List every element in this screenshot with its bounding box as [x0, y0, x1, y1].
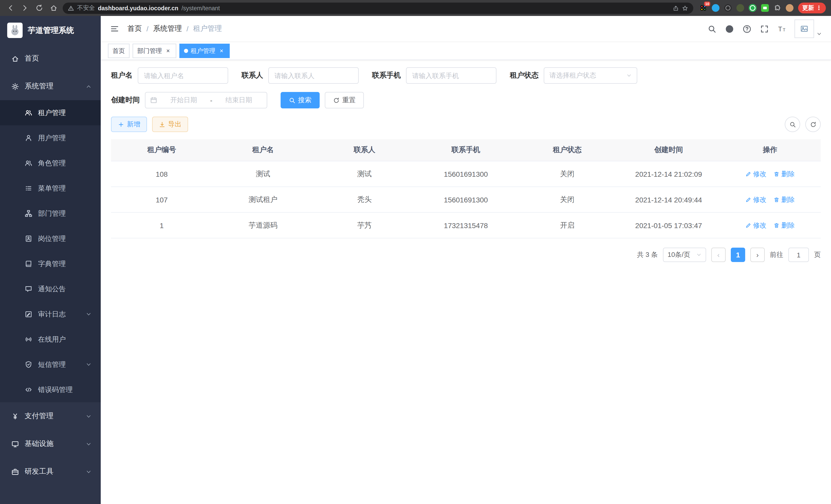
- sidebar-item-dict[interactable]: 字典管理: [0, 251, 101, 276]
- edit-icon: [745, 171, 752, 177]
- refresh-table-button[interactable]: [805, 117, 821, 132]
- delete-link[interactable]: 删除: [774, 221, 795, 230]
- content-column: 首页/系统管理/租户管理 TT 首页部门管理×租户管理× 租户名 联系人: [101, 16, 831, 504]
- delete-icon: [774, 197, 780, 203]
- sidebar-item-online-user[interactable]: 在线用户: [0, 327, 101, 352]
- sidebar-item-system[interactable]: 系统管理: [0, 72, 101, 100]
- sidebar-item-menu[interactable]: 菜单管理: [0, 176, 101, 201]
- breadcrumb-separator: /: [146, 25, 148, 33]
- goto-page-input[interactable]: [789, 248, 809, 262]
- sidebar-item-home[interactable]: 首页: [0, 45, 101, 72]
- next-page-button[interactable]: ›: [750, 248, 765, 262]
- sidebar-item-label: 基础设施: [25, 439, 53, 448]
- sidebar-item-dept[interactable]: 部门管理: [0, 201, 101, 226]
- address-bar[interactable]: 不安全 dashboard.yudao.iocoder.cn/system/te…: [63, 2, 693, 13]
- kebab-menu-icon: ⋮: [816, 5, 822, 11]
- cell-contact: 芋艿: [314, 212, 415, 238]
- extensions-puzzle-icon[interactable]: [773, 4, 781, 12]
- breadcrumb-home[interactable]: 首页: [127, 24, 142, 33]
- share-icon[interactable]: [673, 5, 679, 11]
- warning-icon: [68, 5, 74, 11]
- app-logo[interactable]: 芋道管理系统: [0, 16, 101, 45]
- close-icon[interactable]: ×: [165, 47, 172, 55]
- edit-link[interactable]: 修改: [745, 221, 767, 230]
- chrome-update-button[interactable]: 更新 ⋮: [798, 3, 826, 13]
- forward-button[interactable]: [20, 3, 30, 13]
- chevron-down-icon: [696, 252, 701, 258]
- tags-bar: 首页部门管理×租户管理×: [101, 42, 831, 60]
- sidebar-item-role[interactable]: 角色管理: [0, 151, 101, 176]
- user-menu[interactable]: [795, 20, 822, 38]
- home-icon: [11, 55, 19, 62]
- add-button[interactable]: 新增: [111, 117, 147, 132]
- ext-green-square-icon[interactable]: [761, 4, 769, 12]
- delete-link[interactable]: 删除: [774, 169, 795, 179]
- question-icon[interactable]: [743, 24, 751, 33]
- reload-button[interactable]: [34, 3, 44, 13]
- hamburger-icon[interactable]: [110, 24, 119, 33]
- sidebar-item-post[interactable]: 岗位管理: [0, 226, 101, 251]
- delete-label: 删除: [781, 221, 795, 230]
- home-icon: [50, 4, 57, 12]
- goto-label: 前往: [770, 250, 783, 260]
- sidebar-item-tool[interactable]: 研发工具: [0, 458, 101, 485]
- tab-dept[interactable]: 部门管理×: [133, 44, 176, 58]
- contact-input[interactable]: [268, 67, 359, 84]
- ext-green-circle-icon[interactable]: [749, 4, 756, 12]
- calendar-icon: [150, 97, 157, 104]
- extensions-area: 10 更新 ⋮: [697, 3, 826, 13]
- sidebar-item-tenant[interactable]: 租户管理: [0, 100, 101, 125]
- close-icon[interactable]: ×: [218, 47, 225, 55]
- bookmark-star-icon[interactable]: [682, 5, 688, 11]
- tab-home[interactable]: 首页: [108, 44, 130, 58]
- date-separator: -: [210, 96, 212, 104]
- prev-page-button[interactable]: ‹: [711, 248, 726, 262]
- chevron-up-icon: [86, 84, 91, 89]
- users-icon: [25, 109, 32, 117]
- svg-text:T: T: [778, 25, 782, 32]
- sidebar-item-infra[interactable]: 基础设施: [0, 430, 101, 458]
- sidebar-item-label: 字典管理: [38, 259, 66, 268]
- fullscreen-icon[interactable]: [760, 24, 769, 33]
- search-icon[interactable]: [708, 24, 716, 33]
- active-dot: [184, 49, 188, 53]
- sidebar-item-sms[interactable]: 短信管理: [0, 352, 101, 377]
- status-field: 租户状态 请选择租户状态: [510, 67, 637, 84]
- mobile-input[interactable]: [406, 67, 496, 84]
- edit-link[interactable]: 修改: [745, 195, 767, 204]
- breadcrumb-tenant: 租户管理: [193, 24, 222, 33]
- sidebar-item-notice[interactable]: 通知公告: [0, 276, 101, 302]
- ext-camera-icon[interactable]: [724, 4, 732, 12]
- search-button[interactable]: 搜索: [281, 92, 320, 109]
- sidebar-item-pay[interactable]: 支付管理: [0, 402, 101, 430]
- sidebar-item-user[interactable]: 用户管理: [0, 125, 101, 151]
- page-number-button[interactable]: 1: [731, 248, 745, 262]
- toggle-search-button[interactable]: [785, 117, 800, 132]
- breadcrumb-system[interactable]: 系统管理: [153, 24, 182, 33]
- monitor-icon: [11, 440, 19, 448]
- tab-tenant[interactable]: 租户管理×: [179, 44, 230, 58]
- date-range-picker[interactable]: 开始日期 - 结束日期: [145, 92, 267, 109]
- mobile-label: 联系手机: [372, 71, 401, 80]
- sidebar-item-error-code[interactable]: 错误码管理: [0, 377, 101, 402]
- tenant-name-input[interactable]: [138, 67, 228, 84]
- page-size-select[interactable]: 10条/页: [663, 248, 706, 262]
- status-select[interactable]: 请选择租户状态: [544, 67, 637, 84]
- export-button[interactable]: 导出: [152, 117, 188, 132]
- home-button[interactable]: [48, 3, 59, 13]
- breadcrumb: 首页/系统管理/租户管理: [127, 24, 699, 33]
- toolbar-left: 新增 导出: [111, 117, 780, 132]
- ext-colordots-icon[interactable]: 10: [699, 4, 707, 12]
- delete-link[interactable]: 删除: [774, 195, 795, 204]
- profile-avatar-icon[interactable]: [786, 4, 794, 12]
- ext-olive-icon[interactable]: [737, 4, 744, 12]
- back-button[interactable]: [5, 3, 16, 13]
- url-host: dashboard.yudao.iocoder.cn: [98, 5, 178, 11]
- edit-link[interactable]: 修改: [745, 169, 767, 179]
- ext-blue-icon[interactable]: [712, 4, 719, 12]
- reset-button[interactable]: 重置: [325, 92, 364, 109]
- table-toolbar: 新增 导出: [111, 117, 821, 132]
- sidebar-item-audit-log[interactable]: 审计日志: [0, 302, 101, 327]
- github-icon[interactable]: [725, 24, 734, 33]
- font-size-icon[interactable]: TT: [778, 24, 786, 33]
